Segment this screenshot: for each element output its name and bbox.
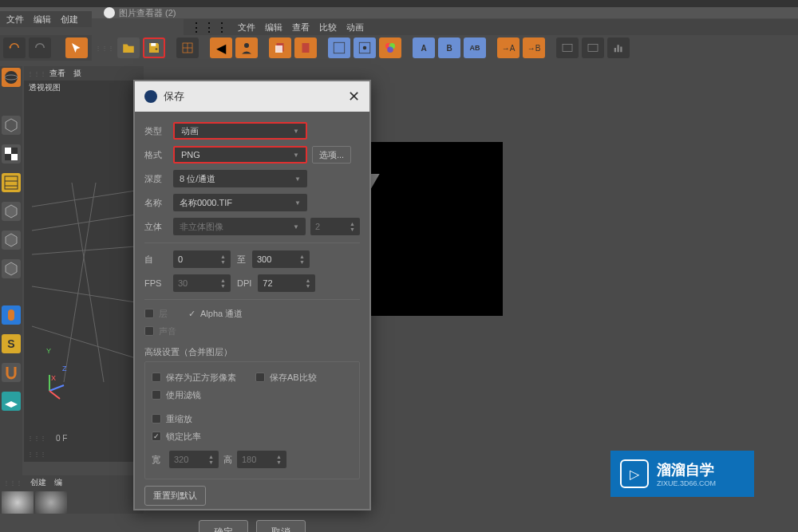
svg-rect-17: [614, 48, 616, 52]
layers-icon[interactable]: [269, 37, 291, 58]
cancel-button[interactable]: 取消: [256, 520, 306, 532]
save-ab-checkbox[interactable]: [255, 372, 265, 382]
svg-point-5: [244, 43, 249, 48]
material-thumb[interactable]: [35, 491, 67, 514]
grip-icon: ⋮⋮⋮: [190, 20, 228, 35]
channel-single-icon[interactable]: [354, 37, 376, 58]
dialog-app-icon: [144, 90, 157, 103]
viewer-menu-view[interactable]: 查看: [292, 22, 310, 33]
move-left-icon[interactable]: ◀: [210, 37, 232, 58]
bottom-tab-create[interactable]: 创建: [30, 477, 46, 488]
sphere-icon[interactable]: [2, 68, 21, 87]
viewer-menu-file[interactable]: 文件: [238, 22, 255, 33]
viewer-menu-animation[interactable]: 动画: [346, 22, 364, 33]
compare-ab-icon[interactable]: AB: [464, 37, 486, 58]
redo-icon[interactable]: [29, 37, 51, 58]
left-sidebar: S: [0, 66, 22, 513]
viewer-menu-compare[interactable]: 比较: [319, 22, 337, 33]
close-icon[interactable]: ✕: [348, 88, 360, 105]
set-a-icon[interactable]: →A: [497, 37, 519, 58]
selection-icon[interactable]: [65, 37, 88, 58]
compare-b-icon[interactable]: B: [438, 37, 460, 58]
menu-edit[interactable]: 编辑: [34, 14, 51, 26]
material-thumb[interactable]: [2, 491, 34, 514]
svg-rect-18: [618, 45, 619, 52]
film2-icon[interactable]: [582, 37, 604, 58]
viewer-menu: ⋮⋮⋮ 文件 编辑 查看 比较 动画: [184, 19, 798, 35]
advanced-section: 保存为正方形像素 保存AB比较 使用滤镜 重缩放 锁定比率 宽 3: [144, 361, 360, 479]
layer-label: 层: [159, 308, 168, 320]
fps-input[interactable]: 30▲▼: [173, 274, 231, 292]
person-icon[interactable]: [235, 37, 258, 58]
dialog-titlebar[interactable]: 保存 ✕: [135, 81, 369, 112]
checker-icon[interactable]: [2, 144, 21, 164]
ok-button[interactable]: 确定: [199, 520, 248, 532]
viewport-label: 透视视图: [24, 81, 144, 95]
format-select[interactable]: PNG▼: [173, 146, 307, 164]
set-b-icon[interactable]: →B: [523, 37, 545, 58]
viewport-panel: ⋮⋮⋮ 查看 摄 透视视图 Y Z X ⋮⋮⋮ 0 F: [24, 66, 144, 513]
film-icon[interactable]: [556, 37, 579, 58]
name-select[interactable]: 名称0000.TIF▼: [173, 194, 307, 211]
snap-icon[interactable]: S: [2, 334, 21, 353]
type-select[interactable]: 动画▼: [173, 122, 307, 140]
watermark-text: 溜溜自学: [657, 460, 716, 479]
undo-icon[interactable]: [3, 37, 26, 58]
stereo-select[interactable]: 非立体图像▼: [173, 218, 306, 235]
stereo-value-input[interactable]: 2▲▼: [310, 218, 360, 235]
sound-checkbox[interactable]: [144, 326, 154, 336]
svg-marker-0: [9, 47, 11, 49]
save-icon[interactable]: [143, 37, 165, 58]
svg-rect-7: [275, 45, 282, 53]
viewport-tab-view[interactable]: 查看: [49, 68, 65, 79]
rescale-label: 重缩放: [166, 413, 192, 425]
cube-icon[interactable]: [2, 116, 21, 135]
viewer-menu-edit[interactable]: 编辑: [265, 22, 282, 33]
cube2-icon[interactable]: [2, 202, 21, 221]
mouse-icon[interactable]: [2, 305, 21, 325]
menu-file[interactable]: 文件: [6, 14, 24, 26]
to-input[interactable]: 300▲▼: [252, 250, 310, 268]
reset-button[interactable]: 重置到默认: [144, 486, 206, 506]
cube4-icon[interactable]: [2, 259, 21, 278]
dpi-input[interactable]: 72▲▼: [258, 274, 315, 292]
lock-ratio-checkbox[interactable]: [152, 432, 161, 441]
options-button[interactable]: 选项...: [312, 146, 351, 164]
channel-multi-icon[interactable]: [379, 37, 401, 58]
timeline[interactable]: ⋮⋮⋮ 0 F: [24, 430, 136, 446]
magnet-icon[interactable]: [2, 363, 21, 382]
timeline-2[interactable]: ⋮⋮⋮: [24, 446, 136, 462]
filter-checkbox[interactable]: [152, 390, 161, 400]
document-icon[interactable]: [294, 37, 317, 58]
open-folder-icon[interactable]: [117, 37, 140, 58]
rescale-checkbox[interactable]: [152, 414, 161, 424]
histogram-icon[interactable]: [607, 37, 630, 58]
axis-y-label: Y: [46, 347, 51, 355]
watermark: 溜溜自学 ZIXUE.3D66.COM: [610, 451, 754, 497]
height-input[interactable]: 180▲▼: [237, 451, 286, 468]
cube3-icon[interactable]: [2, 231, 21, 250]
save-dialog: 保存 ✕ 类型 动画▼ 格式 PNG▼ 选项... 深度 8 位/通道▼ 名称: [133, 80, 371, 510]
viewport-3d[interactable]: Y Z X: [24, 95, 144, 430]
layer-checkbox[interactable]: [144, 309, 154, 318]
bottom-tab-edit[interactable]: 编: [54, 477, 62, 488]
width-input[interactable]: 320▲▼: [169, 451, 219, 468]
svg-rect-19: [620, 47, 622, 53]
viewport-tab-camera[interactable]: 摄: [73, 68, 81, 79]
menu-create[interactable]: 创建: [61, 14, 78, 26]
stereo-label: 立体: [144, 221, 173, 233]
compare-a-icon[interactable]: A: [413, 37, 435, 58]
perspective-grid: [24, 119, 144, 398]
from-input[interactable]: 0▲▼: [173, 250, 231, 268]
workplane-icon[interactable]: [2, 392, 21, 411]
channel-rgb-icon[interactable]: [328, 37, 350, 58]
save-square-checkbox[interactable]: [152, 372, 161, 382]
svg-line-36: [64, 183, 96, 382]
svg-rect-15: [563, 45, 572, 52]
wireframe-icon[interactable]: [2, 173, 21, 192]
grid-icon[interactable]: [176, 37, 199, 58]
save-square-label: 保存为正方形像素: [166, 372, 236, 384]
depth-select[interactable]: 8 位/通道▼: [173, 170, 307, 187]
svg-rect-23: [11, 154, 18, 160]
alpha-label: Alpha 通道: [200, 308, 243, 320]
